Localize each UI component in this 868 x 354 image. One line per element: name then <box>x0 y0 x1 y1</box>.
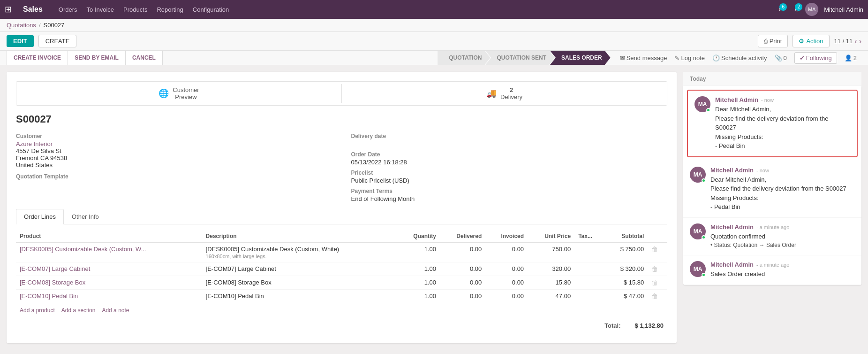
row-subtotal: $ 47.00 <box>604 290 648 303</box>
nav-products[interactable]: Products <box>123 6 147 13</box>
online-indicator <box>706 108 710 112</box>
delete-icon[interactable]: 🗑 <box>651 292 658 300</box>
gear-icon: ⚙ <box>799 38 804 45</box>
breadcrumb-parent[interactable]: Quotations <box>7 22 36 29</box>
fields-top: Customer Azure Interior 4557 De Silva St… <box>16 133 667 202</box>
status-actions: CREATE INVOICE SEND BY EMAIL CANCEL <box>7 51 163 65</box>
row-subtotal: $ 750.00 <box>604 243 648 262</box>
tabs: Order Lines Other Info <box>16 209 667 224</box>
col-unit-price: Unit Price <box>528 230 574 243</box>
pager-text: 11 / 11 <box>834 38 853 45</box>
col-quantity: Quantity <box>398 230 440 243</box>
add-note-link[interactable]: Add a note <box>102 307 129 314</box>
user-name-label: Mitchell Admin <box>824 6 863 13</box>
edit-button[interactable]: EDIT <box>7 35 34 47</box>
nav-to-invoice[interactable]: To Invoice <box>87 6 114 13</box>
create-button[interactable]: CREATE <box>38 35 77 47</box>
status-pipeline: QUOTATION QUOTATION SENT SALES ORDER <box>438 51 610 65</box>
total-row: Total: $ 1,132.80 <box>16 317 667 334</box>
table-row: [E-COM08] Storage Box [E-COM08] Storage … <box>16 276 667 290</box>
send-by-email-button[interactable]: SEND BY EMAIL <box>68 51 126 65</box>
globe-icon: 🌐 <box>159 88 169 99</box>
delete-icon[interactable]: 🗑 <box>651 246 658 253</box>
msg-header: Mitchell Admin - a minute ago <box>710 261 855 268</box>
product-link[interactable]: [E-COM10] Pedal Bin <box>20 292 78 300</box>
row-unit-price: 750.00 <box>528 243 574 262</box>
msg-time: - now <box>756 168 769 173</box>
main-layout: 🌐 Customer Preview 🚚 2 Delivery S00027 C… <box>0 65 868 350</box>
product-link[interactable]: [E-COM08] Storage Box <box>20 279 85 286</box>
tab-other-info[interactable]: Other Info <box>64 209 107 224</box>
delete-icon[interactable]: 🗑 <box>651 279 658 286</box>
log-note-button[interactable]: ✎ Log note <box>674 54 705 62</box>
followers-button[interactable]: 📎 0 <box>775 54 787 62</box>
followers-count: 0 <box>784 54 787 62</box>
message-item: MA Mitchell Admin - now Dear Mitchell Ad… <box>687 90 858 157</box>
check-icon: ✔ <box>800 54 805 62</box>
customer-name-link[interactable]: Azure Interior <box>16 140 53 147</box>
product-link[interactable]: [E-COM07] Large Cabinet <box>20 265 90 272</box>
pipeline-step-quotation[interactable]: QUOTATION <box>438 51 490 65</box>
tab-order-lines[interactable]: Order Lines <box>16 209 64 224</box>
send-message-button[interactable]: ✉ Send message <box>620 54 667 62</box>
avatar[interactable]: MA <box>805 3 818 16</box>
msg-content: Mitchell Admin - now Dear Mitchell Admin… <box>710 167 855 212</box>
customer-preview-button[interactable]: 🌐 Customer Preview <box>16 82 341 105</box>
activity-icon-badge[interactable]: ↻ 2 <box>794 6 800 13</box>
delete-icon[interactable]: 🗑 <box>651 265 658 273</box>
delivery-button[interactable]: 🚚 2 Delivery <box>342 82 667 105</box>
create-invoice-button[interactable]: CREATE INVOICE <box>7 51 68 65</box>
customer-value: Azure Interior 4557 De Silva St Fremont … <box>16 140 332 169</box>
table-row: [E-COM10] Pedal Bin [E-COM10] Pedal Bin … <box>16 290 667 303</box>
message-item: MA Mitchell Admin - now Dear Mitchell Ad… <box>683 161 861 218</box>
pipeline-step-sales-order[interactable]: SALES ORDER <box>550 51 611 65</box>
msg-content: Mitchell Admin - a minute ago Sales Orde… <box>710 261 855 279</box>
msg-avatar: MA <box>690 167 706 183</box>
row-description: [DESK0005] Customizable Desk (Custom, Wh… <box>202 243 398 262</box>
date-separator: Today <box>683 72 861 86</box>
row-quantity: 1.00 <box>398 262 440 276</box>
add-product-link[interactable]: Add a product <box>20 307 55 314</box>
next-page-button[interactable]: › <box>859 37 861 46</box>
table-row: [E-COM07] Large Cabinet [E-COM07] Large … <box>16 262 667 276</box>
add-section-link[interactable]: Add a section <box>61 307 96 314</box>
message-count: 6 <box>779 3 787 11</box>
schedule-activity-button[interactable]: 🕐 Schedule activity <box>712 54 767 62</box>
row-description: [E-COM08] Storage Box <box>202 276 398 290</box>
nav-orders[interactable]: Orders <box>59 6 77 13</box>
row-delete[interactable]: 🗑 <box>648 290 667 303</box>
clock-icon: 🕐 <box>712 54 720 62</box>
row-invoiced: 0.00 <box>485 290 528 303</box>
chatter-body: MA Mitchell Admin - now Dear Mitchell Ad… <box>683 86 861 285</box>
app-grid-icon[interactable]: ⊞ <box>5 4 12 15</box>
prev-page-button[interactable]: ‹ <box>854 37 857 46</box>
row-taxes <box>574 262 604 276</box>
print-button[interactable]: ⎙ Print <box>758 35 788 47</box>
row-quantity: 1.00 <box>398 243 440 262</box>
row-description: [E-COM07] Large Cabinet <box>202 262 398 276</box>
delivery-date-label: Delivery date <box>351 133 668 139</box>
paper-clip-icon: 📎 <box>775 54 782 62</box>
nav-reporting[interactable]: Reporting <box>157 6 183 13</box>
pipeline-step-sent[interactable]: QUOTATION SENT <box>485 51 555 65</box>
cancel-button[interactable]: CANCEL <box>126 51 163 65</box>
following-label: Following <box>806 54 832 62</box>
customer-label: Customer <box>16 133 332 139</box>
payment-terms-label: Payment Terms <box>351 188 668 194</box>
print-label: Print <box>770 38 782 45</box>
msg-content: Mitchell Admin - now Dear Mitchell Admin… <box>715 96 850 151</box>
row-delete[interactable]: 🗑 <box>648 243 667 262</box>
row-quantity: 1.00 <box>398 290 440 303</box>
msg-avatar: MA <box>694 96 710 112</box>
row-delete[interactable]: 🗑 <box>648 262 667 276</box>
following-button[interactable]: ✔ Following <box>794 52 837 64</box>
product-link[interactable]: [DESK0005] Customizable Desk (Custom, W.… <box>20 246 146 253</box>
row-delete[interactable]: 🗑 <box>648 276 667 290</box>
nav-configuration[interactable]: Configuration <box>193 6 229 13</box>
followers-count-button[interactable]: 👤 2 <box>845 54 857 62</box>
page-navigator: 11 / 11 ‹ › <box>834 37 861 46</box>
log-note-label: Log note <box>681 54 705 62</box>
breadcrumb: Quotations / S00027 <box>0 19 868 32</box>
action-button[interactable]: ⚙ Action <box>793 35 829 47</box>
messages-icon-badge[interactable]: ✉ 6 <box>779 6 784 13</box>
